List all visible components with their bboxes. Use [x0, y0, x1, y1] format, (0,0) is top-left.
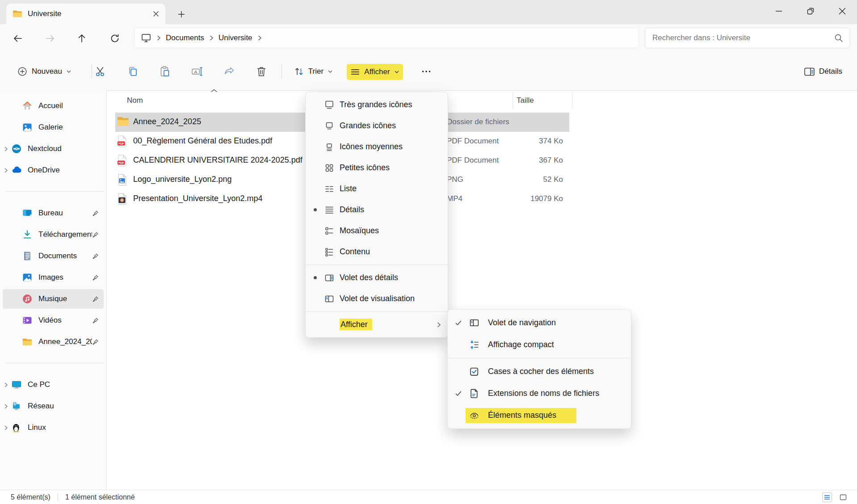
sidebar-item-musique[interactable]: Musique [0, 288, 106, 310]
breadcrumb-documents[interactable]: Documents [166, 34, 204, 42]
menu-item-tres-grandes-icones[interactable]: Très grandes icônes [306, 94, 448, 115]
tiles-view-icon [324, 226, 340, 236]
submenu-item-extensions[interactable]: Extensions de noms de fichiers [448, 382, 631, 404]
sidebar-item-linux[interactable]: Linux [0, 417, 106, 438]
home-icon [22, 101, 36, 111]
restore-button[interactable] [797, 0, 824, 22]
details-view-toggle[interactable] [822, 492, 832, 502]
sidebar-item-videos[interactable]: Vidéos [0, 310, 106, 331]
sidebar-item-documents[interactable]: Documents [0, 245, 106, 267]
menu-item-icones-moyennes[interactable]: Icônes moyennes [306, 136, 448, 157]
sidebar-item-images[interactable]: Images [0, 267, 106, 288]
details-pane-button[interactable]: Détails [798, 60, 848, 83]
submenu-item-volet-de-navigation[interactable]: Volet de navigation [448, 312, 631, 334]
trier-button[interactable]: Trier [290, 60, 337, 83]
sidebar-item-galerie[interactable]: Galerie [0, 117, 106, 138]
checkmark-icon [448, 320, 469, 326]
delete-button[interactable] [251, 60, 272, 83]
back-button[interactable] [9, 29, 27, 47]
sidebar-item-reseau[interactable]: Réseau [0, 395, 106, 417]
nouveau-button[interactable]: Nouveau [13, 60, 76, 83]
submenu-divider [448, 358, 631, 358]
more-options-button[interactable] [416, 60, 437, 83]
menu-item-mosaiques[interactable]: Mosaïques [306, 220, 448, 241]
menu-item-volet-des-details[interactable]: Volet des détails [306, 267, 448, 288]
pin-icon [92, 317, 104, 324]
sort-icon [294, 66, 304, 77]
minimize-button[interactable] [765, 0, 793, 22]
preview-pane-icon [324, 294, 340, 304]
sidebar-item-annee-2024[interactable]: Annee_2024_202 [0, 331, 106, 353]
search-box[interactable] [645, 28, 850, 48]
menu-item-contenu[interactable]: Contenu [306, 241, 448, 262]
breadcrumb-universite[interactable]: Universite [218, 34, 252, 42]
file-row-logo-png[interactable]: Logo_universite_Lyon2.png PNG 52 Ko [106, 170, 857, 189]
forward-button[interactable] [41, 29, 59, 47]
sidebar-item-telechargements[interactable]: Téléchargements [0, 224, 106, 245]
sidebar-item-nextcloud[interactable]: Nextcloud [0, 138, 106, 160]
rename-button[interactable]: A [187, 60, 207, 83]
large-icons-icon [324, 121, 340, 131]
menu-item-grandes-icones[interactable]: Grandes icônes [306, 115, 448, 136]
sidebar-item-ce-pc[interactable]: Ce PC [0, 374, 106, 395]
checkbox-icon [469, 366, 488, 377]
refresh-button[interactable] [106, 29, 124, 47]
desktop-icon [22, 208, 36, 218]
afficher-submenu: Volet de navigation Affichage compact Ca… [447, 309, 631, 429]
chevron-right-icon[interactable] [0, 382, 12, 388]
menu-divider [306, 265, 448, 265]
close-button[interactable] [828, 0, 856, 22]
tab-close-icon[interactable] [153, 11, 159, 17]
svg-text:PDF: PDF [118, 142, 124, 145]
extra-large-icons-icon [324, 100, 340, 110]
new-tab-button[interactable] [175, 8, 188, 21]
tab-universite[interactable]: Universite [6, 4, 165, 24]
submenu-chevron-icon [430, 322, 448, 328]
chevron-right-icon[interactable] [0, 168, 12, 173]
menu-item-afficher-submenu[interactable]: Afficher [306, 314, 448, 335]
search-input[interactable] [651, 33, 834, 43]
pin-icon [92, 339, 104, 345]
menu-item-petites-icones[interactable]: Petites icônes [306, 157, 448, 178]
paste-button[interactable] [155, 60, 175, 83]
chevron-right-icon[interactable] [0, 146, 12, 152]
file-row-presentation-mp4[interactable]: Presentation_Universite_Lyon2.mp4 MP4 19… [106, 189, 857, 209]
submenu-item-cases-a-cocher[interactable]: Cases à cocher des éléments [448, 361, 631, 382]
file-row-annee-2024-2025[interactable]: Annee_2024_2025 Dossier de fichiers [106, 113, 857, 132]
file-row-reglement-pdf[interactable]: PDF 00_Règlement Général des Etudes.pdf … [106, 132, 857, 151]
breadcrumb[interactable]: Documents Universite [134, 28, 639, 48]
menu-item-details[interactable]: Détails [306, 199, 448, 220]
sort-ascending-icon [210, 88, 218, 93]
copy-button[interactable] [122, 60, 143, 83]
sidebar-item-onedrive[interactable]: OneDrive [0, 160, 106, 181]
search-icon[interactable] [834, 33, 844, 43]
submenu-item-affichage-compact[interactable]: Affichage compact [448, 334, 631, 356]
item-count: 5 élément(s) [11, 493, 50, 501]
chevron-right-icon[interactable] [0, 425, 12, 431]
submenu-item-elements-masques[interactable]: Éléments masqués [448, 404, 631, 426]
pdf-file-icon: PDF [117, 135, 127, 147]
folder-icon [117, 116, 129, 126]
document-icon [22, 251, 36, 261]
column-separator[interactable] [513, 92, 513, 109]
network-icon [12, 401, 25, 411]
onedrive-icon [12, 165, 25, 175]
column-separator[interactable] [572, 92, 572, 109]
sidebar-item-accueil[interactable]: Accueil [0, 95, 106, 117]
column-header-nom[interactable]: Nom [127, 96, 143, 105]
view-lines-icon [350, 67, 360, 77]
afficher-button[interactable]: Afficher [347, 64, 403, 80]
chevron-right-icon[interactable] [0, 403, 12, 409]
pin-icon [92, 210, 104, 217]
file-row-calendrier-pdf[interactable]: PDF CALENDRIER UNIVERSITAIRE 2024-2025.p… [106, 151, 857, 170]
sidebar-item-bureau[interactable]: Bureau [0, 202, 106, 224]
column-header-taille[interactable]: Taille [517, 96, 534, 105]
menu-item-liste[interactable]: Liste [306, 178, 448, 199]
chevron-down-icon [328, 69, 333, 74]
share-button[interactable] [219, 60, 239, 83]
menu-item-volet-de-visualisation[interactable]: Volet de visualisation [306, 288, 448, 309]
up-button[interactable] [73, 29, 91, 47]
chevron-right-icon [209, 35, 214, 41]
cut-button[interactable] [90, 60, 111, 83]
thumbnail-view-toggle[interactable] [838, 492, 848, 502]
